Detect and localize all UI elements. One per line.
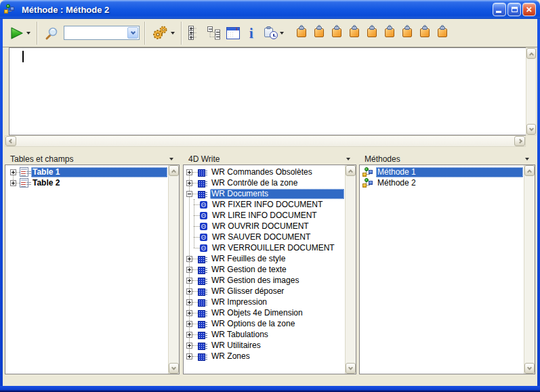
command-item[interactable]: WR LIRE INFO DOCUMENT	[184, 210, 344, 221]
scroll-track[interactable]	[526, 59, 536, 124]
item-label: Table 2	[31, 178, 62, 188]
clipboard-history-button[interactable]	[262, 21, 287, 45]
command-group[interactable]: WR Gestion de texte	[184, 264, 344, 275]
tables-list[interactable]: Table 1Table 2	[6, 166, 167, 373]
scroll-up-button[interactable]	[526, 48, 536, 59]
item-label: WR SAUVER DOCUMENT	[211, 232, 312, 242]
expand-toggle[interactable]	[186, 321, 192, 327]
scroll-track[interactable]	[524, 176, 535, 363]
scroll-up-button[interactable]	[346, 165, 356, 176]
command-group[interactable]: WR Impression	[184, 297, 344, 307]
close-button[interactable]: ×	[522, 3, 536, 16]
scroll-track[interactable]	[169, 176, 179, 363]
combo-dropdown-button[interactable]	[127, 27, 138, 39]
expand-all-button[interactable]	[185, 21, 204, 45]
expand-toggle[interactable]	[10, 169, 16, 175]
expand-toggle[interactable]	[186, 353, 192, 360]
expand-toggle[interactable]	[186, 191, 192, 197]
title-bar[interactable]: Méthode : Méthode 2 ×	[0, 0, 540, 19]
scroll-up-button[interactable]	[169, 165, 179, 176]
panel-scrollbar[interactable]	[345, 165, 356, 374]
scroll-right-button[interactable]	[514, 136, 525, 146]
clipboard-button-2[interactable]	[314, 26, 326, 41]
command-item[interactable]: WR SAUVER DOCUMENT	[184, 232, 344, 242]
search-button[interactable]	[41, 21, 62, 45]
command-group[interactable]: WR Utilitaires	[184, 340, 344, 351]
command-group[interactable]: WR Options de la zone	[184, 318, 344, 329]
minimize-button[interactable]	[493, 3, 506, 16]
scroll-down-button[interactable]	[169, 363, 179, 374]
clipboard-button-1[interactable]	[296, 26, 308, 41]
editor-vertical-scrollbar[interactable]	[526, 47, 537, 135]
scroll-up-button[interactable]	[524, 165, 535, 176]
command-group[interactable]: WR Feuilles de style	[184, 253, 344, 264]
command-group[interactable]: WR Contrôle de la zone	[184, 177, 344, 188]
item-label: Table 1	[31, 167, 167, 177]
table-item[interactable]: Table 1	[6, 167, 167, 177]
method-item[interactable]: Méthode 1	[360, 167, 523, 177]
expand-toggle[interactable]	[186, 310, 192, 316]
expand-toggle[interactable]	[186, 267, 192, 273]
clipboard-button-5[interactable]	[367, 26, 379, 41]
run-dropdown-caret[interactable]	[26, 32, 30, 35]
clipboard-button-3[interactable]	[331, 26, 344, 41]
command-group[interactable]: WR Commandes Obsolètes	[184, 167, 344, 177]
command-group[interactable]: WR Objets 4e Dimension	[184, 307, 344, 318]
command-group[interactable]: WR Zones	[184, 351, 344, 362]
expand-toggle[interactable]	[186, 180, 192, 186]
scroll-down-button[interactable]	[524, 363, 535, 374]
new-window-button[interactable]	[224, 21, 243, 45]
method-icon	[362, 167, 373, 177]
expand-toggle[interactable]	[186, 332, 192, 338]
theme-icon	[198, 309, 207, 317]
panel-header-dropdown[interactable]	[346, 158, 350, 160]
command-item[interactable]: WR OUVRIR DOCUMENT	[184, 221, 344, 232]
panel-header-dropdown[interactable]	[525, 158, 529, 160]
command-group[interactable]: WR Tabulations	[184, 329, 344, 340]
clipboard-button-6[interactable]	[384, 26, 396, 41]
theme-icon	[198, 288, 207, 295]
table-item[interactable]: Table 2	[6, 177, 167, 188]
command-item[interactable]: WR FIXER INFO DOCUMENT	[184, 199, 344, 210]
settings-dropdown-caret[interactable]	[171, 32, 175, 35]
clipboard-button-4[interactable]	[349, 26, 361, 41]
panel-header-label: 4D Write	[183, 154, 346, 164]
expand-toggle[interactable]	[10, 180, 16, 186]
info-button[interactable]: i	[247, 21, 256, 45]
panel-scrollbar[interactable]	[524, 165, 535, 374]
commands-list[interactable]: WR Commandes ObsolètesWR Contrôle de la …	[184, 166, 344, 373]
command-group[interactable]: WR Glisser déposer	[184, 286, 344, 297]
maximize-button[interactable]	[507, 3, 521, 16]
search-input[interactable]	[65, 27, 126, 39]
method-editor[interactable]	[9, 47, 526, 135]
search-combobox[interactable]	[64, 26, 140, 40]
scroll-down-button[interactable]	[526, 124, 536, 135]
expand-toggle[interactable]	[186, 343, 192, 349]
clipboard-button-7[interactable]	[402, 26, 414, 41]
panel-header-dropdown[interactable]	[169, 158, 173, 160]
expand-toggle[interactable]	[186, 169, 192, 175]
collapse-all-button[interactable]	[204, 21, 224, 45]
settings-button[interactable]	[148, 21, 178, 45]
clipboard-button-8[interactable]	[419, 26, 432, 41]
clipboard-history-caret[interactable]	[280, 32, 284, 35]
clipboard-icon	[331, 26, 344, 38]
scroll-left-button[interactable]	[5, 136, 16, 146]
panel-scrollbar[interactable]	[168, 165, 179, 374]
expand-toggle[interactable]	[186, 278, 192, 284]
expand-toggle[interactable]	[186, 299, 192, 305]
methods-list[interactable]: Méthode 1Méthode 2	[360, 166, 523, 373]
method-item[interactable]: Méthode 2	[360, 177, 523, 188]
command-group[interactable]: WR Gestion des images	[184, 275, 344, 286]
expand-toggle[interactable]	[186, 256, 192, 262]
editor-caret	[22, 51, 24, 62]
command-item[interactable]: WR VERROUILLER DOCUMENT	[184, 242, 344, 253]
clipboard-button-9[interactable]	[437, 26, 449, 41]
scroll-down-button[interactable]	[346, 363, 356, 374]
scroll-track[interactable]	[16, 136, 514, 146]
expand-toggle[interactable]	[186, 288, 192, 295]
scroll-track[interactable]	[346, 176, 356, 363]
editor-horizontal-scrollbar[interactable]	[5, 135, 526, 147]
command-group[interactable]: WR Documents	[184, 188, 344, 199]
run-button[interactable]	[7, 21, 33, 45]
